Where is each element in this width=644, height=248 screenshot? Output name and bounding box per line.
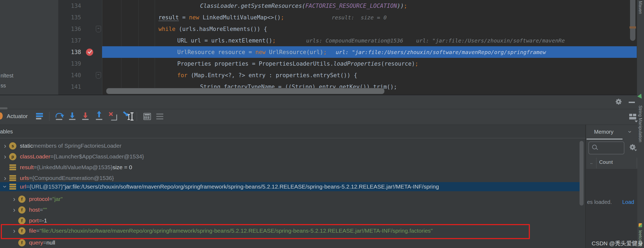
var-name: urls [20, 175, 29, 181]
code-line-134[interactable]: 134ClassLoader.getSystemResources(FACTOR… [0, 0, 637, 12]
active-tab-underline [587, 139, 623, 140]
step-out-button[interactable] [95, 111, 104, 122]
inline-debugger-hint: result: size = 0 [332, 14, 387, 21]
show-execution-point-button[interactable] [35, 111, 44, 122]
force-step-into-button[interactable] [81, 111, 90, 122]
drop-frame-button[interactable] [108, 111, 117, 122]
chevron-down-icon[interactable]: › [626, 131, 634, 133]
expand-chevron-icon[interactable]: › [10, 207, 18, 212]
f-badge-icon: f [18, 206, 26, 214]
tab-memory[interactable]: Memory [594, 129, 613, 135]
vertical-scrollbar[interactable] [630, 0, 635, 41]
memory-settings-gear-icon[interactable] [629, 144, 635, 150]
step-over-button[interactable] [55, 111, 64, 122]
code-editor[interactable]: nltest ss 134ClassLoader.getSystemResour… [0, 0, 637, 95]
expand-chevron-icon[interactable]: › [2, 183, 8, 191]
fold-marker-icon[interactable]: − [96, 72, 101, 79]
var-name: query [29, 239, 43, 246]
code-line-136[interactable]: 136−while (urls.hasMoreElements()) { [0, 23, 637, 35]
var-strsel: "jar:file:/Users/zhouxin/software/mavenR… [63, 183, 439, 190]
trace-settings-icon[interactable] [155, 111, 164, 122]
variable-row-query[interactable]: fquery = null [0, 238, 55, 247]
var-eq: = [50, 153, 53, 160]
run-to-cursor-button[interactable] [122, 111, 132, 122]
memory-table-body: es loaded. Load [586, 169, 637, 248]
code-text: ClassLoader.getSystemResources(FACTORIES… [200, 3, 407, 9]
code-line-135[interactable]: 135result = new LinkedMultiValueMap<>();… [0, 12, 637, 23]
variable-row-url[interactable]: ›url = {URL@1537} "jar:file:/Users/zhoux… [0, 182, 580, 191]
var-static: static [20, 143, 33, 149]
code-line-139[interactable]: 139Properties properties = PropertiesLoa… [0, 58, 637, 69]
variable-row-static[interactable]: ›sstatic members of SpringFactoriesLoade… [0, 141, 121, 151]
var-name: classLoader [20, 153, 50, 160]
string-manipulation-icon [637, 94, 644, 100]
variable-row-classLoader[interactable]: ›pclassLoader = {Launcher$AppClassLoader… [0, 152, 144, 161]
column-header-count[interactable]: Count [599, 159, 613, 165]
var-name: protocol [29, 196, 49, 202]
inline-debugger-hint: urls: CompoundEnumeration@1536 url: "jar… [306, 37, 565, 44]
line-number: 134 [58, 3, 81, 9]
expand-chevron-icon[interactable]: › [10, 196, 18, 202]
memory-panel: Memory › .. Count es loaded. Load [586, 125, 637, 248]
var-eq: = [40, 207, 43, 213]
variable-icon [9, 175, 16, 182]
var-str: "file:/Users/zhouxin/software/mavenRepo/… [39, 228, 433, 234]
var-name: file [29, 228, 36, 234]
code-text: Properties properties = PropertiesLoader… [177, 61, 418, 67]
code-line-140[interactable]: 140−for (Map.Entry<?, ?> entry : propert… [0, 69, 637, 81]
toolwindow-tab-maven[interactable]: Maven [638, 1, 643, 14]
f-badge-icon: f [18, 217, 26, 224]
breakpoint-icon[interactable] [86, 48, 93, 56]
code-text: UrlResource resource = new UrlResource(u… [177, 49, 327, 55]
var-val: -1 [42, 217, 47, 224]
variable-row-result[interactable]: result = {LinkedMultiValueMap@1535} size… [0, 162, 132, 172]
variable-row-file[interactable]: ›ffile = "file:/Users/zhouxin/software/m… [0, 226, 433, 236]
var-str: "" [43, 207, 47, 213]
tab-actuator[interactable]: Actuator [7, 113, 28, 119]
var-eq: = [36, 228, 39, 234]
line-number: 135 [58, 14, 81, 21]
expand-chevron-icon[interactable]: › [1, 143, 9, 148]
column-header-class[interactable]: .. [590, 160, 592, 165]
mouse-cursor-ibeam [132, 113, 132, 120]
expand-chevron-icon[interactable]: › [1, 175, 9, 181]
toolwindow-tab-string-manipulation[interactable]: String Manipulation [638, 105, 643, 142]
f-badge-icon: f [18, 239, 26, 246]
var-name: url [20, 183, 26, 190]
layout-settings-icon[interactable] [629, 114, 636, 120]
variable-row-protocol[interactable]: ›fprotocol = "jar" [0, 194, 63, 204]
load-classes-link[interactable]: Load [622, 199, 634, 205]
fold-marker-icon[interactable]: − [96, 26, 101, 32]
f-badge-icon: f [18, 196, 26, 203]
variable-icon [9, 183, 16, 190]
variable-row-urls[interactable]: ›urls = {CompoundEnumeration@1536} [0, 173, 114, 183]
variable-row-port[interactable]: fport = -1 [0, 216, 47, 225]
memory-search-input[interactable] [588, 141, 624, 154]
code-text: for (Map.Entry<?, ?> entry : properties.… [177, 72, 357, 79]
line-number: 141 [58, 84, 81, 90]
var-eq: = [39, 217, 42, 224]
evaluate-expression-button[interactable] [142, 111, 151, 122]
expand-chevron-icon[interactable]: › [10, 228, 18, 233]
inline-debugger-hint: url: "jar:file:/Users/zhouxin/software/m… [336, 49, 546, 55]
variables-panel[interactable]: ables ›sstatic members of SpringFactorie… [0, 125, 585, 248]
expand-chevron-icon[interactable]: › [1, 154, 9, 159]
code-line-138[interactable]: 138UrlResource resource = new UrlResourc… [0, 46, 637, 58]
variable-row-host[interactable]: ›fhost = "" [0, 205, 47, 215]
settings-gear-icon[interactable] [616, 99, 621, 105]
hide-panel-button[interactable] [629, 102, 635, 103]
code-text: URL url = urls.nextElement(); [177, 37, 276, 44]
column-divider [596, 158, 596, 168]
code-line-137[interactable]: 137URL url = urls.nextElement();urls: Co… [0, 35, 637, 46]
step-into-button[interactable] [68, 111, 77, 122]
horizontal-scrollbar[interactable] [106, 88, 385, 94]
csdn-watermark: CSDN @秃头爱健身 [592, 239, 643, 247]
var-eq: = [43, 239, 46, 246]
var-str: "jar" [52, 196, 63, 202]
mini-scrollbar[interactable] [0, 107, 8, 109]
code-text: while (urls.hasMoreElements()) { [158, 26, 267, 32]
variables-scrollbar[interactable] [580, 141, 584, 206]
right-toolwindow-bar: MavenString Manipulationleetcode [637, 0, 644, 248]
var-name: port [29, 217, 39, 224]
var-val: size = 0 [113, 164, 132, 171]
